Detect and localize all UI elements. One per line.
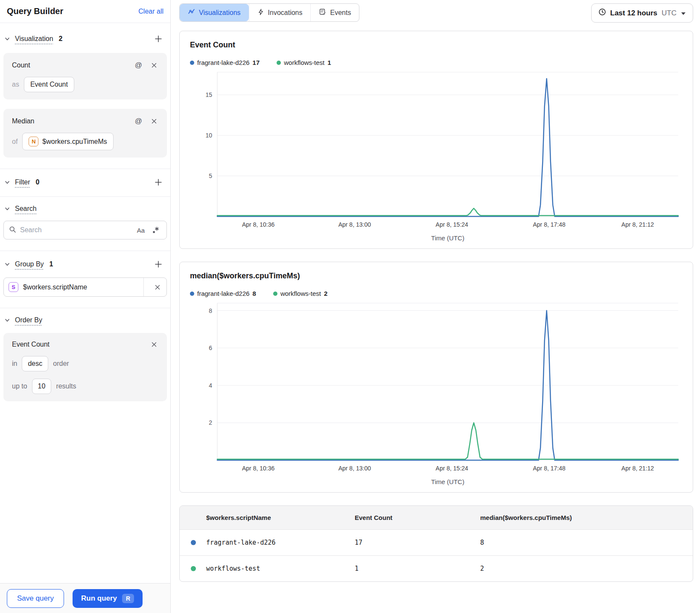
limit-input[interactable]: 10 <box>32 379 52 394</box>
of-label: of <box>12 138 18 146</box>
match-case-toggle[interactable]: Aa <box>137 227 145 234</box>
median-cputime-line-chart[interactable]: 2468Apr 8, 10:36Apr 8, 13:00Apr 8, 15:24… <box>190 297 682 487</box>
series-color-cell <box>180 530 201 556</box>
legend-item[interactable]: fragrant-lake-d226 17 <box>190 59 260 66</box>
results-table: $workers.scriptName Event Count median($… <box>180 506 693 581</box>
field-value-box[interactable]: N $workers.cpuTimeMs <box>22 133 113 150</box>
line-chart-icon <box>188 8 195 17</box>
legend-item[interactable]: fragrant-lake-d226 8 <box>190 290 256 297</box>
script-name-cell: fragrant-lake-d226 <box>201 530 350 556</box>
group-by-section: Group By 1 S $workers.scriptName <box>0 251 170 308</box>
script-name-column-header: $workers.scriptName <box>201 506 350 530</box>
median-column-header: median($workers.cpuTimeMs) <box>475 506 693 530</box>
chart-legend: fragrant-lake-d226 8 workflows-test 2 <box>190 290 682 297</box>
median-cputime-chart-card: median($workers.cpuTimeMs) fragrant-lake… <box>179 262 693 493</box>
table-header-row: $workers.scriptName Event Count median($… <box>180 506 693 530</box>
sort-direction-select[interactable]: desc <box>22 356 48 371</box>
chevron-down-icon[interactable] <box>3 260 11 268</box>
x-tick-label: Apr 8, 13:00 <box>338 465 371 472</box>
x-tick-label: Apr 8, 21:12 <box>621 465 654 472</box>
series-color-cell <box>180 556 201 582</box>
series-line <box>217 423 678 459</box>
order-label: order <box>53 360 69 368</box>
tab-label: Visualizations <box>199 9 241 17</box>
y-tick-label: 2 <box>209 419 212 426</box>
table-row[interactable]: fragrant-lake-d226178 <box>180 530 693 556</box>
x-axis-title: Time (UTC) <box>431 478 464 485</box>
chevron-down-icon[interactable] <box>3 178 11 186</box>
tab-invocations[interactable]: Invocations <box>249 4 311 21</box>
y-tick-label: 4 <box>209 382 212 389</box>
legend-item[interactable]: workflows-test 1 <box>277 59 331 66</box>
chart-legend: fragrant-lake-d226 17 workflows-test 1 <box>190 59 682 66</box>
group-by-item[interactable]: S $workers.scriptName <box>3 277 167 297</box>
legend-value: 17 <box>253 59 260 66</box>
legend-item[interactable]: workflows-test 2 <box>273 290 327 297</box>
y-tick-label: 8 <box>209 307 212 314</box>
clear-all-button[interactable]: Clear all <box>138 8 163 15</box>
chevron-down-icon[interactable] <box>3 316 11 324</box>
legend-value: 8 <box>253 290 256 297</box>
event-count-chart-card: Event Count fragrant-lake-d226 17 workfl… <box>179 31 693 249</box>
chevron-down-icon[interactable] <box>3 35 11 43</box>
regex-toggle[interactable] <box>151 225 160 235</box>
page-title: Query Builder <box>7 6 63 16</box>
x-tick-label: Apr 8, 10:36 <box>242 465 274 472</box>
save-query-button[interactable]: Save query <box>7 589 64 608</box>
results-table-card: $workers.scriptName Event Count median($… <box>179 505 693 582</box>
legend-dot <box>273 292 277 296</box>
mention-icon[interactable]: @ <box>134 60 143 70</box>
add-group-by-button[interactable] <box>153 259 163 269</box>
search-label: Search <box>15 205 37 213</box>
event-count-cell: 17 <box>350 530 475 556</box>
close-icon[interactable] <box>150 61 158 70</box>
remove-group-by-button[interactable] <box>149 278 166 296</box>
visualization-label: Visualization <box>15 35 53 43</box>
divider <box>143 278 144 296</box>
filter-section: Filter 0 <box>0 169 170 197</box>
x-tick-label: Apr 8, 17:48 <box>533 221 565 228</box>
legend-dot <box>190 61 194 65</box>
series-line <box>217 208 678 216</box>
time-range-selector[interactable]: Last 12 hours UTC <box>591 3 694 23</box>
field-value: $workers.cpuTimeMs <box>42 138 107 146</box>
legend-name: fragrant-lake-d226 <box>197 59 250 66</box>
x-tick-label: Apr 8, 17:48 <box>533 465 565 472</box>
x-axis-title: Time (UTC) <box>431 234 464 242</box>
in-label: in <box>12 360 17 368</box>
alias-value: Event Count <box>30 81 68 88</box>
event-count-line-chart[interactable]: 51015Apr 8, 10:36Apr 8, 13:00Apr 8, 15:2… <box>190 66 682 243</box>
aggregation-name: Count <box>12 61 30 69</box>
visualization-card-median: Median @ of N $workers.cpuTimeMs <box>3 109 167 158</box>
main-header: Visualizations Invocations Events <box>179 3 693 23</box>
events-note-icon <box>319 8 326 17</box>
event-count-cell: 1 <box>350 556 475 582</box>
filter-label: Filter <box>15 178 30 186</box>
series-line <box>217 79 678 216</box>
close-icon[interactable] <box>150 117 158 126</box>
keyboard-shortcut-badge: R <box>122 594 134 603</box>
mention-icon[interactable]: @ <box>134 116 143 126</box>
y-tick-label: 6 <box>209 344 212 351</box>
order-by-section: Order By Event Count in desc <box>0 308 170 412</box>
legend-dot <box>190 292 194 296</box>
add-filter-button[interactable] <box>153 177 163 187</box>
legend-name: workflows-test <box>280 290 321 297</box>
median-cell: 8 <box>475 530 693 556</box>
numeric-type-icon: N <box>29 137 38 146</box>
table-row[interactable]: workflows-test12 <box>180 556 693 582</box>
alias-value-box[interactable]: Event Count <box>24 77 74 92</box>
tab-visualizations[interactable]: Visualizations <box>180 4 249 21</box>
dot-column-header <box>180 506 201 530</box>
run-query-label: Run query <box>81 594 117 603</box>
chevron-down-icon[interactable] <box>3 205 11 213</box>
tab-events[interactable]: Events <box>310 4 359 21</box>
app-root: Query Builder Clear all Visualization 2 <box>0 0 700 613</box>
legend-name: fragrant-lake-d226 <box>197 290 250 297</box>
add-visualization-button[interactable] <box>153 34 163 44</box>
run-query-button[interactable]: Run query R <box>73 589 143 608</box>
close-icon[interactable] <box>150 340 158 349</box>
search-box: Aa <box>3 221 167 239</box>
search-input[interactable] <box>20 226 133 234</box>
script-name-cell: workflows-test <box>201 556 350 582</box>
